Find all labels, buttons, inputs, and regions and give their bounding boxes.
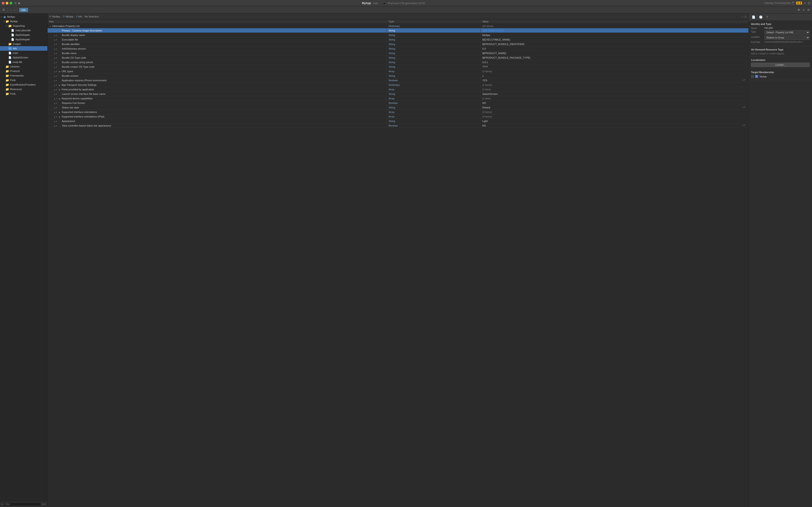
breadcrumb-info[interactable]: ℹ Info [76, 15, 82, 18]
add-file-button[interactable]: + [1, 503, 3, 506]
table-row[interactable]: ▲▼ Appearance String Light [48, 119, 749, 123]
row-stepper[interactable]: ▲▼ [54, 80, 57, 82]
resize-icon[interactable]: ⊡ [808, 1, 810, 5]
sidebar-item-frameworks[interactable]: 📁 Frameworks [0, 73, 47, 78]
toolbar-extra-button[interactable]: ⊟ [806, 8, 811, 12]
sidebar-item-myapp-root[interactable]: ▾ ◉ MyApp [0, 14, 47, 19]
table-row[interactable]: ▲▼ ▶ URL types Array (2 items) [48, 69, 749, 73]
tab-info[interactable]: Info [19, 8, 28, 12]
row-stepper[interactable]: ▲▼ [54, 75, 57, 77]
sidebar-item-splashscreen[interactable]: 📄 SplashScreen [0, 55, 47, 60]
row-expand-arrow[interactable]: ▶ [59, 98, 60, 100]
play-button[interactable]: ▶ [18, 1, 20, 5]
inspector-tab-help[interactable]: ? [765, 15, 769, 19]
table-row[interactable]: ▲▼ Bundle OS Type code String ${PRODUCT_… [48, 55, 749, 60]
sidebar-item-pods[interactable]: 📁 Pods [0, 78, 47, 82]
breadcrumb-back-button[interactable]: ‹ [742, 15, 743, 18]
sidebar-item-pods2[interactable]: 📁 Pods [0, 92, 47, 96]
minimize-button[interactable] [6, 2, 8, 5]
filter-input[interactable] [4, 502, 41, 506]
localize-button[interactable]: Localize... [751, 63, 810, 67]
row-stepper[interactable]: ▲▼ [54, 98, 57, 100]
table-row[interactable]: ▲▼ Requires Full Screen Boolean NO [48, 101, 749, 105]
location-select[interactable]: Relative to Group [764, 36, 810, 40]
row-stepper[interactable]: ▲▼ [54, 125, 57, 127]
inspector-tab-history[interactable]: 🕐 [758, 15, 764, 19]
row-expand-arrow[interactable]: ▶ [59, 71, 60, 73]
table-row[interactable]: ▲▼ ▶ Supported interface orientations Ar… [48, 110, 749, 114]
row-stepper[interactable]: ▲▼ [54, 66, 57, 68]
toolbar-diff-button[interactable]: ≡ [802, 8, 805, 12]
value-dropdown[interactable]: ▲▼ [742, 124, 746, 126]
sidebar-item-libraries[interactable]: 📁 Libraries [0, 64, 47, 69]
sidebar-item-appdelegate-h[interactable]: 📄 AppDelegate [0, 37, 47, 42]
sidebar-item-myapp-child[interactable]: ▾ 📁 MyApp [0, 19, 47, 23]
table-row[interactable]: ▲▼ ▶ App Transport Security Settings Dic… [48, 82, 749, 87]
filter-options-button[interactable]: ⊙ [42, 503, 44, 505]
table-row[interactable]: ▲▼ ▶ Supported interface orientations (i… [48, 114, 749, 119]
row-expand-arrow[interactable]: ▾ [50, 25, 51, 27]
row-expand-arrow[interactable]: ▶ [59, 116, 60, 118]
table-row[interactable]: ▲▼ Executable file String ${EXECUTABLE_N… [48, 37, 749, 42]
row-stepper[interactable]: ▲▼ [54, 35, 57, 37]
row-stepper[interactable]: ▲▼ [54, 39, 57, 41]
table-row[interactable]: ▾ Information Property List Dictionary (… [48, 24, 749, 28]
maximize-button[interactable] [9, 2, 12, 5]
row-stepper[interactable]: ▲▼ [54, 116, 57, 118]
row-stepper[interactable]: ▲▼ [54, 89, 57, 91]
row-stepper[interactable]: ▲▼ [54, 107, 57, 109]
sidebar-item-main-m[interactable]: 📄 main [0, 51, 47, 55]
hide-sidebar-button[interactable]: ☰ [1, 8, 6, 12]
type-select[interactable]: Default - Property List XML [764, 30, 810, 35]
table-row[interactable]: ▲▼ ▶ Fonts provided by application Array… [48, 87, 749, 92]
row-stepper[interactable]: ▲▼ [54, 120, 57, 122]
row-stepper[interactable]: ▲▼ [54, 44, 57, 46]
sidebar-item-appdelegate-m[interactable]: 📄 AppDelegate [0, 33, 47, 37]
row-expand-arrow[interactable]: ▶ [59, 111, 60, 113]
table-row[interactable]: ▲▼ Launch screen interface file base nam… [48, 92, 749, 96]
row-stepper[interactable]: ▲▼ [54, 53, 57, 55]
table-row[interactable]: ▲▼ Bundle identifier String ${PRODUCT_BU… [48, 42, 749, 46]
target-checkbox[interactable]: ✓ [751, 75, 754, 78]
nav-forward-button[interactable]: › [13, 8, 16, 12]
row-expand-arrow[interactable]: ▶ [59, 89, 60, 91]
table-row[interactable]: ▲▼ Bundle version string (short) String … [48, 60, 749, 64]
table-row[interactable]: ▲▼ ▶ Required device capabilities Array … [48, 96, 749, 101]
sidebar-item-images[interactable]: 📁 Images [0, 42, 47, 46]
row-stepper[interactable]: ▲▼ [54, 102, 57, 104]
toolbar-editor-button[interactable]: ⊞ [797, 8, 801, 12]
table-row[interactable]: ▲▼ Privacy - Camera Usage Description St… [48, 28, 749, 33]
close-button[interactable] [2, 2, 5, 5]
table-row[interactable]: ▲▼ View controller-based status bar appe… [48, 123, 749, 128]
value-dropdown[interactable]: ▲▼ [742, 106, 746, 108]
warning-badge[interactable]: ⚠ 2 [796, 2, 802, 5]
table-row[interactable]: ▲▼ Bundle display name String MyApp [48, 33, 749, 37]
row-stepper[interactable]: ▲▼ [54, 84, 57, 86]
table-row[interactable]: ▲▼ Application requires iPhone environme… [48, 78, 749, 82]
table-row[interactable]: ▲▼ Bundle version String 1 [48, 73, 749, 78]
value-dropdown[interactable]: ▲▼ [742, 79, 746, 81]
table-row[interactable]: ▲▼ Bundle name String ${PRODUCT_NAME} [48, 51, 749, 55]
table-row[interactable]: ▲▼ Status bar style String Default ▲▼ [48, 105, 749, 110]
row-stepper[interactable]: ▲▼ [54, 30, 57, 32]
plus-button[interactable]: + [804, 1, 806, 5]
table-row[interactable]: ▲▼ InfoDictionary version String 6.0 [48, 46, 749, 51]
breadcrumb-warning-icon[interactable]: ⚠ [744, 15, 747, 18]
sidebar-item-supporting[interactable]: ▾ 📁 Supporting [0, 23, 47, 28]
table-row[interactable]: ▲▼ Bundle creator OS Type code String ??… [48, 64, 749, 69]
row-expand-arrow[interactable]: ▶ [59, 84, 60, 86]
row-stepper[interactable]: ▲▼ [54, 93, 57, 95]
sidebar-item-expomodulesproviders[interactable]: 📁 ExpoModulesProviders [0, 82, 47, 87]
row-stepper[interactable]: ▲▼ [54, 71, 57, 73]
sidebar-item-main-jsbundle[interactable]: 📄 main.jsbundle [0, 28, 47, 33]
sidebar-item-resources[interactable]: 📁 Resources [0, 87, 47, 92]
sidebar-item-products[interactable]: 📁 Products [0, 69, 47, 73]
breadcrumb-myapp[interactable]: ⊙ MyApp [63, 15, 73, 18]
sidebar-item-info-plist[interactable]: i Info [0, 46, 47, 51]
nav-back-button[interactable]: ‹ [9, 8, 12, 12]
sidebar-item-noop-file[interactable]: 📄 noop-file [0, 60, 47, 64]
row-stepper[interactable]: ▲▼ [54, 111, 57, 113]
row-stepper[interactable]: ▲▼ [54, 57, 57, 59]
inspector-tab-file[interactable]: 📄 [751, 15, 757, 19]
row-stepper[interactable]: ▲▼ [54, 48, 57, 50]
